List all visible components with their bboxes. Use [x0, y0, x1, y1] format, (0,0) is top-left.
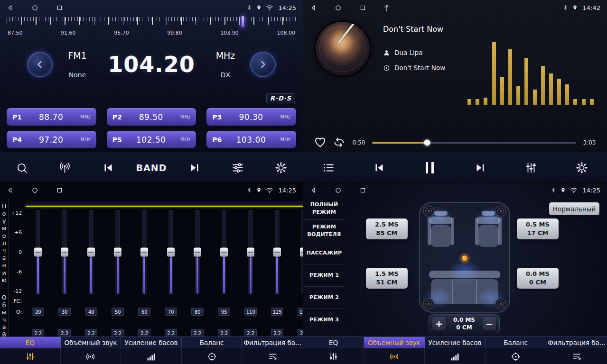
nav-recents-icon[interactable]	[56, 4, 63, 11]
eq-preset-item[interactable]: По умолчанию	[0, 198, 8, 289]
eq-band-slider[interactable]	[131, 210, 158, 294]
eq-sliders-icon[interactable]	[226, 156, 249, 179]
search-icon[interactable]	[10, 156, 33, 179]
pause-icon[interactable]	[419, 156, 441, 179]
eq-band-slider[interactable]	[237, 210, 264, 294]
slider-handle[interactable]	[167, 248, 175, 257]
eq-icon[interactable]	[0, 348, 61, 364]
nav-recents-icon[interactable]	[359, 187, 366, 194]
tab-bass-boost[interactable]: Усиление басов	[121, 337, 182, 348]
playlist-icon[interactable]	[317, 156, 340, 179]
nav-recents-icon[interactable]	[56, 187, 63, 194]
radio-preset-button[interactable]: P2 89.50 MHz	[107, 108, 196, 126]
center-delay-ms: 0.0 MS	[449, 316, 479, 324]
next-track-icon[interactable]	[469, 156, 492, 179]
tune-up-button[interactable]	[250, 52, 276, 77]
filter-icon[interactable]	[546, 348, 607, 364]
sound-mode-item[interactable]: ПАССАЖИР	[303, 242, 345, 264]
settings-gear-icon[interactable]	[570, 156, 593, 179]
nav-back-icon[interactable]	[310, 4, 317, 11]
bass-boost-icon[interactable]	[425, 348, 486, 364]
tab-surround[interactable]: Объёмный звук	[61, 337, 121, 348]
bluetooth-icon	[246, 4, 252, 11]
radio-preset-button[interactable]: P3 90.30 MHz	[206, 108, 296, 126]
surround-icon[interactable]	[364, 348, 425, 364]
eq-band-slider[interactable]	[78, 210, 104, 294]
sound-mode-item[interactable]: РЕЖИМ 1	[303, 264, 345, 287]
eq-band-slider[interactable]	[51, 210, 78, 294]
tab-filter[interactable]: Фильтрация ба...	[242, 337, 303, 348]
slider-handle[interactable]	[273, 248, 281, 257]
eq-band-slider[interactable]	[211, 210, 237, 294]
slider-handle[interactable]	[140, 248, 148, 257]
tab-eq[interactable]: EQ	[303, 337, 364, 348]
tab-filter[interactable]: Фильтрация ба...	[546, 337, 607, 348]
tab-balance[interactable]: Баланс	[182, 337, 243, 348]
delay-front-left[interactable]: 2.5 MS 85 CM	[366, 218, 408, 239]
radio-preset-button[interactable]: P6 103.00 MHz	[206, 131, 296, 148]
repeat-icon[interactable]	[333, 136, 346, 149]
previous-icon[interactable]	[97, 156, 120, 179]
slider-handle[interactable]	[247, 248, 254, 257]
sound-mode-item[interactable]: РЕЖИМ 3	[303, 309, 345, 331]
eq-band-slider[interactable]	[158, 210, 184, 294]
nav-recents-icon[interactable]	[359, 4, 366, 11]
nav-back-icon[interactable]	[310, 187, 317, 194]
slider-handle[interactable]	[87, 248, 95, 257]
sound-mode-item[interactable]: ПОЛНЫЙ РЕЖИМ	[303, 198, 345, 220]
delay-decrease-button[interactable]: −	[483, 317, 496, 330]
nav-home-icon[interactable]	[335, 187, 342, 194]
progress-bar[interactable]	[372, 142, 576, 144]
band-button[interactable]: BAND	[140, 156, 163, 179]
previous-track-icon[interactable]	[368, 156, 391, 179]
field-preset-button[interactable]: Нормальный	[549, 202, 599, 215]
balance-icon[interactable]	[182, 348, 243, 364]
sound-mode-item[interactable]: РЕЖИМ 2	[303, 287, 345, 309]
bass-boost-icon[interactable]	[121, 348, 182, 364]
sound-mode-item[interactable]: РЕЖИМ ВОДИТЕЛЯ	[303, 220, 345, 242]
spectrum-bar	[467, 99, 471, 105]
nav-back-icon[interactable]	[7, 187, 14, 194]
tab-surround[interactable]: Объёмный звук	[364, 337, 425, 348]
radio-preset-button[interactable]: P1 88.70 MHz	[7, 108, 96, 126]
progress-thumb[interactable]	[424, 139, 430, 146]
eq-band-slider[interactable]	[290, 210, 303, 294]
tab-eq[interactable]: EQ	[0, 337, 61, 348]
slider-handle[interactable]	[220, 248, 228, 257]
eq-band-slider[interactable]	[184, 210, 211, 294]
slider-fill	[64, 253, 65, 293]
radio-preset-button[interactable]: P4 97.20 MHz	[7, 131, 96, 148]
nav-home-icon[interactable]	[335, 4, 342, 11]
frequency-scale[interactable]: 87.5091.6095.7099.80103.90108.00	[7, 17, 296, 38]
nav-home-icon[interactable]	[31, 187, 38, 194]
eq-band-slider[interactable]	[25, 210, 51, 294]
delay-rear-left[interactable]: 1.5 MS 51 CM	[366, 268, 408, 289]
slider-handle[interactable]	[114, 248, 121, 257]
mixer-icon[interactable]	[520, 156, 542, 179]
delay-rear-right[interactable]: 0.0 MS 0 CM	[517, 268, 559, 289]
slider-handle[interactable]	[61, 248, 68, 257]
eq-preset-item[interactable]: Обычай	[0, 289, 8, 344]
next-icon[interactable]	[183, 156, 206, 179]
radio-preset-button[interactable]: P5 102.50 MHz	[107, 131, 196, 148]
delay-front-right[interactable]: 0.5 MS 17 CM	[517, 218, 559, 239]
favorite-heart-icon[interactable]	[314, 136, 327, 149]
tab-bass-boost[interactable]: Усиление басов	[425, 337, 486, 348]
eq-band-slider[interactable]	[104, 210, 131, 294]
eq-icon[interactable]	[303, 348, 364, 364]
slider-handle[interactable]	[34, 248, 42, 257]
balance-icon[interactable]	[486, 348, 546, 364]
nav-back-icon[interactable]	[7, 4, 14, 11]
broadcast-icon[interactable]	[54, 156, 76, 179]
settings-gear-icon[interactable]	[270, 156, 292, 179]
filter-icon[interactable]	[242, 348, 303, 364]
slider-fill	[117, 253, 119, 293]
tune-down-button[interactable]	[27, 52, 53, 77]
slider-handle[interactable]	[300, 248, 303, 257]
tab-balance[interactable]: Баланс	[486, 337, 546, 348]
nav-home-icon[interactable]	[31, 4, 38, 11]
slider-handle[interactable]	[194, 248, 201, 257]
surround-icon[interactable]	[61, 348, 121, 364]
eq-band-slider[interactable]	[264, 210, 290, 294]
delay-increase-button[interactable]: +	[432, 317, 446, 330]
